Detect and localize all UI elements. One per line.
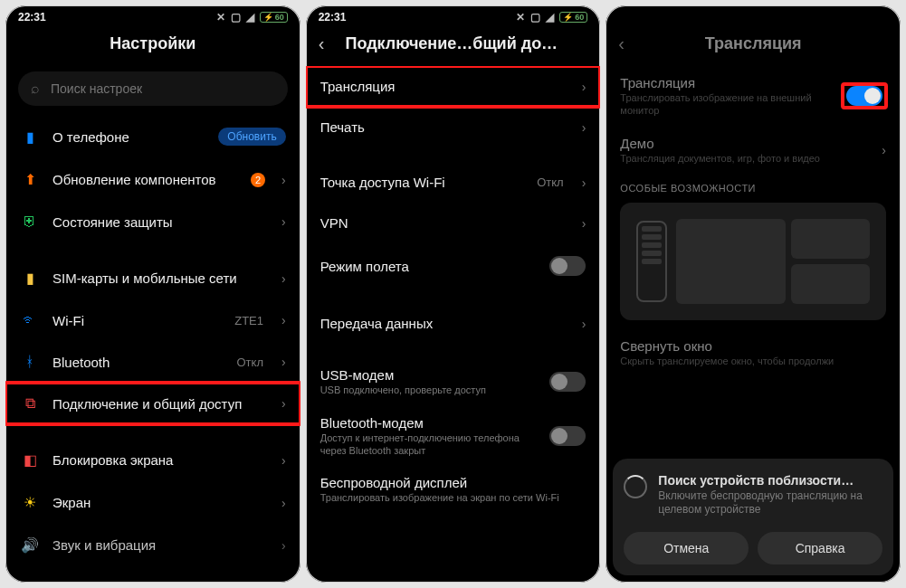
item-cast-toggle[interactable]: Трансляция Транслировать изображение на …: [606, 66, 901, 127]
item-value: Откл: [237, 356, 264, 369]
settings-list: ▮ О телефоне Обновить ⬆ Обновление компо…: [5, 115, 300, 583]
chevron-right-icon: ›: [281, 355, 286, 369]
item-vpn[interactable]: VPN ›: [306, 203, 601, 243]
page-title: Настройки: [110, 34, 196, 53]
lock-icon: ◧: [20, 451, 40, 469]
phone-settings-root: 22:31 ✕ ▢ ◢ ⚡60 Настройки ⌕ ▮ О телефоне…: [5, 5, 300, 583]
cast-toggle[interactable]: [846, 86, 882, 106]
chevron-right-icon: ›: [582, 80, 587, 94]
help-button[interactable]: Справка: [758, 532, 882, 564]
cancel-button[interactable]: Отмена: [624, 532, 749, 564]
chevron-right-icon: ›: [281, 173, 286, 187]
item-label: Обновление компонентов: [52, 172, 238, 187]
item-sub: Транслировать изображение на экран по се…: [320, 492, 587, 505]
search-bar[interactable]: ⌕: [18, 71, 288, 106]
item-sub: Доступ к интернет-подключению телефона ч…: [320, 432, 538, 458]
chevron-right-icon: ›: [281, 271, 286, 286]
phone-cast: .. ‹ Трансляция Трансляция Транслировать…: [606, 5, 901, 583]
item-label: Экран: [52, 495, 269, 510]
chevron-right-icon: ›: [281, 453, 286, 468]
about-icon: ▮: [20, 128, 40, 146]
item-label: Bluetooth-модем: [320, 415, 538, 431]
back-button[interactable]: ‹: [618, 33, 625, 54]
update-pill[interactable]: Обновить: [218, 128, 285, 146]
item-lock-screen[interactable]: ◧ Блокировка экрана ›: [5, 439, 300, 481]
item-wireless-display[interactable]: Беспроводной дисплей Транслировать изобр…: [306, 466, 601, 514]
remote-icon: [636, 221, 667, 302]
titlebar: Настройки: [5, 25, 300, 66]
item-label: SIM-карты и мобильные сети: [52, 270, 269, 286]
chevron-right-icon: ›: [582, 317, 587, 331]
search-devices-sheet: Поиск устройств поблизости… Включите бес…: [613, 459, 893, 575]
sheet-sub: Включите беспроводную трансляцию на целе…: [658, 489, 882, 517]
item-print[interactable]: Печать ›: [306, 107, 601, 147]
item-label: Состояние защиты: [52, 214, 269, 230]
item-bluetooth[interactable]: ᚼ Bluetooth Откл ›: [5, 341, 300, 383]
search-input[interactable]: [49, 81, 275, 97]
item-label: USB-модем: [320, 367, 538, 383]
item-label: О телефоне: [52, 129, 205, 145]
item-wifi[interactable]: ᯤ Wi-Fi ZTE1 ›: [5, 299, 300, 341]
item-sound[interactable]: 🔊 Звук и вибрация ›: [5, 524, 300, 566]
item-label: Подключение и общий доступ: [52, 396, 269, 412]
page-title: Трансляция: [705, 34, 802, 53]
usb-tether-toggle[interactable]: [549, 372, 586, 392]
item-display[interactable]: ☀ Экран ›: [5, 481, 300, 524]
shield-icon: ⛨: [20, 213, 40, 230]
vpn-icon: ▢: [530, 11, 540, 24]
screen-layout-icon: [676, 219, 870, 304]
item-label: Звук и вибрация: [52, 537, 269, 553]
item-label: Печать: [320, 119, 569, 135]
cast-preview: [620, 203, 886, 320]
back-button[interactable]: ‹: [319, 33, 325, 54]
item-sub: USB подключено, проверьте доступ: [320, 384, 538, 397]
sim-icon: ▮: [20, 270, 40, 287]
battery-indicator: ⚡60: [260, 12, 288, 23]
item-airplane-mode[interactable]: Режим полета: [306, 243, 601, 289]
page-title: Подключение…бщий доступ: [345, 34, 560, 53]
signal-icon: ◢: [546, 11, 554, 24]
item-sim-networks[interactable]: ▮ SIM-карты и мобильные сети ›: [5, 257, 300, 299]
item-component-updates[interactable]: ⬆ Обновление компонентов 2 ›: [5, 158, 300, 201]
item-label: Свернуть окно: [620, 338, 886, 354]
chevron-right-icon: ›: [582, 120, 587, 135]
item-cast[interactable]: Трансляция ›: [306, 66, 601, 107]
sheet-title: Поиск устройств поблизости…: [658, 473, 882, 488]
item-data-transfer[interactable]: Передача данных ›: [306, 303, 601, 344]
item-label: Точка доступа Wi-Fi: [320, 175, 525, 190]
item-sub: Транслировать изображение на внешний мон…: [620, 92, 830, 118]
chevron-right-icon: ›: [281, 313, 286, 327]
item-security-status[interactable]: ⛨ Состояние защиты ›: [5, 201, 300, 242]
item-label: Беспроводной дисплей: [320, 475, 587, 490]
item-label: Bluetooth: [52, 355, 224, 370]
titlebar: ‹ Трансляция: [606, 25, 901, 66]
brightness-icon: ☀: [20, 494, 40, 511]
item-label: Трансляция: [320, 79, 569, 94]
item-about-phone[interactable]: ▮ О телефоне Обновить: [5, 115, 300, 158]
dnd-icon: ✕: [216, 11, 225, 24]
item-connection-sharing[interactable]: ⧉ Подключение и общий доступ ›: [5, 383, 300, 424]
share-icon: ⧉: [20, 395, 40, 412]
chevron-right-icon: ›: [281, 538, 286, 553]
bt-tether-toggle[interactable]: [549, 426, 586, 446]
chevron-right-icon: ›: [281, 396, 286, 411]
item-label: Передача данных: [320, 316, 569, 331]
item-demo[interactable]: Демо Трансляция документов, игр, фото и …: [606, 127, 901, 175]
item-hotspot[interactable]: Точка доступа Wi-Fi Откл ›: [306, 162, 601, 203]
airplane-toggle[interactable]: [549, 256, 586, 276]
item-usb-tether[interactable]: USB-модем USB подключено, проверьте дост…: [306, 358, 601, 406]
chevron-right-icon: ›: [582, 216, 587, 231]
spinner-icon: [624, 475, 647, 498]
item-sub: Трансляция документов, игр, фото и видео: [620, 153, 869, 166]
statusbar: 22:31 ✕ ▢ ◢ ⚡60: [306, 5, 601, 25]
item-bluetooth-tether[interactable]: Bluetooth-модем Доступ к интернет-подклю…: [306, 406, 601, 467]
dnd-icon: ✕: [516, 11, 525, 24]
status-time: 22:31: [319, 11, 347, 24]
statusbar: 22:31 ✕ ▢ ◢ ⚡60: [5, 5, 300, 25]
item-collapse-window[interactable]: Свернуть окно Скрыть транслируемое окно,…: [606, 329, 901, 377]
item-label: Трансляция: [620, 75, 830, 90]
vpn-icon: ▢: [231, 11, 241, 24]
item-sub: Скрыть транслируемое окно, чтобы продолж…: [620, 356, 886, 368]
item-label: VPN: [320, 215, 569, 231]
item-label: Демо: [620, 136, 869, 151]
